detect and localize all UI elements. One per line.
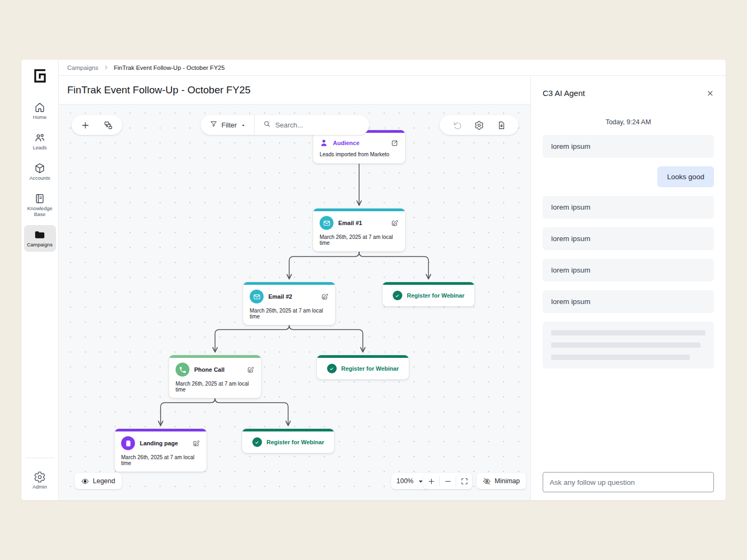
legend-button[interactable]: Legend xyxy=(75,473,122,489)
chat-messages: lorem ipsumLooks goodlorem ipsumlorem ip… xyxy=(543,135,714,466)
filter-button[interactable]: Filter xyxy=(201,115,254,135)
skeleton-bar xyxy=(551,330,705,335)
minus-icon xyxy=(444,477,452,485)
breadcrumb-current: FinTrak Event Follow-Up - October FY25 xyxy=(114,65,225,71)
sidebar-item-label: Admin xyxy=(33,484,47,490)
edit-icon xyxy=(391,219,399,227)
chat-timestamp: Today, 9:24 AM xyxy=(543,118,714,126)
flow-node-email-2[interactable]: Email #2March 26th, 2025 at 7 am local t… xyxy=(243,282,336,325)
canvas-toolbar-center: Filter xyxy=(201,115,369,135)
title-bar: FinTrak Event Follow-Up - October FY25 xyxy=(59,76,530,105)
flow-node-register-webinar-3[interactable]: Register for Webinar xyxy=(242,428,335,453)
eye-off-icon xyxy=(483,477,491,485)
search-zone xyxy=(255,115,369,135)
sidebar-item-accounts[interactable]: Accounts xyxy=(24,158,56,185)
sidebar-item-knowledge-base[interactable]: Knowledge Base xyxy=(24,189,56,221)
node-title: Phone Call xyxy=(194,366,225,373)
node-subtitle: March 26th, 2025 at 7 am local time xyxy=(176,381,255,393)
node-title: Landing page xyxy=(140,440,178,446)
search-input[interactable] xyxy=(275,121,361,129)
skeleton-bar xyxy=(551,355,690,360)
search-icon xyxy=(263,120,271,130)
filter-label: Filter xyxy=(221,121,237,129)
export-button[interactable] xyxy=(497,121,506,130)
node-subtitle: Leads imported from Marketo xyxy=(320,151,399,157)
sidebar-footer: Admin xyxy=(21,458,58,500)
chat-input-wrap xyxy=(543,472,714,492)
chevron-down-icon xyxy=(241,121,246,130)
edit-icon xyxy=(192,439,200,447)
chevron-right-icon xyxy=(103,65,109,70)
sidebar-divider xyxy=(26,458,54,458)
flow-node-register-webinar-2[interactable]: Register for Webinar xyxy=(316,355,409,380)
sidebar-item-admin[interactable]: Admin xyxy=(24,467,56,494)
chat-message-received: lorem ipsum xyxy=(543,135,714,158)
canvas-column: FinTrak Event Follow-Up - October FY25 F… xyxy=(59,76,530,500)
plus-icon xyxy=(427,477,435,485)
minimap-toggle[interactable]: Minimap xyxy=(476,473,526,489)
app-logo[interactable] xyxy=(31,67,49,84)
chat-message-received: lorem ipsum xyxy=(543,290,714,313)
zoom-in-button[interactable] xyxy=(423,473,439,489)
settings-button[interactable] xyxy=(474,121,484,130)
sidebar: HomeLeadsAccountsKnowledge BaseCampaigns… xyxy=(21,60,59,500)
fit-view-icon xyxy=(460,477,468,485)
auto-layout-button[interactable] xyxy=(104,121,113,130)
node-subtitle: March 26th, 2025 at 7 am local time xyxy=(250,308,329,319)
zoom-out-button[interactable] xyxy=(440,473,456,489)
flow-node-phone-call[interactable]: Phone CallMarch 26th, 2025 at 7 am local… xyxy=(169,355,261,398)
sidebar-item-home[interactable]: Home xyxy=(24,98,56,124)
node-title: Email #2 xyxy=(268,293,292,300)
chat-message-loading xyxy=(543,322,714,369)
edit-icon xyxy=(247,366,255,374)
ai-agent-panel: C3 AI Agent Today, 9:24 AM lorem ipsumLo… xyxy=(530,76,726,500)
add-node-button[interactable] xyxy=(81,121,90,130)
chat-input[interactable] xyxy=(543,472,714,492)
leads-icon xyxy=(34,132,46,144)
check-icon xyxy=(327,364,337,373)
ai-agent-header: C3 AI Agent xyxy=(543,89,714,98)
sidebar-item-label: Knowledge Base xyxy=(26,206,54,218)
node-title: Register for Webinar xyxy=(341,365,399,372)
sidebar-item-leads[interactable]: Leads xyxy=(24,128,56,155)
gear-icon xyxy=(34,471,46,483)
funnel-icon xyxy=(210,120,218,130)
flow-node-landing-page[interactable]: Landing pageMarch 26th, 2025 at 7 am loc… xyxy=(114,428,207,472)
folder-icon xyxy=(34,229,46,241)
breadcrumb-campaigns[interactable]: Campaigns xyxy=(67,65,98,71)
app-window: HomeLeadsAccountsKnowledge BaseCampaigns… xyxy=(21,60,726,500)
envelope-icon xyxy=(250,290,264,303)
sidebar-nav: HomeLeadsAccountsKnowledge BaseCampaigns xyxy=(21,94,58,252)
node-title: Audience xyxy=(333,140,360,146)
flow-node-register-webinar-1[interactable]: Register for Webinar xyxy=(382,282,475,307)
edit-email-1-button[interactable] xyxy=(391,219,399,227)
plus-icon xyxy=(81,121,90,130)
sidebar-item-label: Campaigns xyxy=(27,242,52,248)
gear-icon xyxy=(474,121,484,130)
flow-canvas[interactable]: Filter xyxy=(59,105,530,500)
edit-phone-call-button[interactable] xyxy=(247,366,255,374)
ai-agent-title: C3 AI Agent xyxy=(543,89,585,98)
eye-icon xyxy=(81,477,89,485)
chat-message-received: lorem ipsum xyxy=(543,259,714,282)
undo-button[interactable] xyxy=(452,121,462,130)
skeleton-bar xyxy=(551,342,701,348)
node-subtitle: March 26th, 2025 at 7 am local time xyxy=(121,454,200,466)
chat-message-sent: Looks good xyxy=(657,166,714,187)
zoom-controls xyxy=(423,473,472,489)
check-icon xyxy=(252,437,262,447)
node-subtitle: March 26th, 2025 at 7 am local time xyxy=(320,234,399,246)
sidebar-item-campaigns[interactable]: Campaigns xyxy=(24,225,56,252)
node-title: Register for Webinar xyxy=(407,292,465,299)
file-download-icon xyxy=(497,121,506,130)
check-icon xyxy=(393,291,402,300)
phone-icon xyxy=(176,363,189,377)
canvas-toolbar-left xyxy=(71,115,122,135)
fit-view-button[interactable] xyxy=(456,473,472,489)
sidebar-item-label: Home xyxy=(33,115,46,121)
edit-landing-page-button[interactable] xyxy=(192,439,200,447)
open-audience-button[interactable] xyxy=(391,139,399,147)
edit-email-2-button[interactable] xyxy=(321,293,329,301)
flow-node-email-1[interactable]: Email #1March 26th, 2025 at 7 am local t… xyxy=(313,208,406,252)
close-panel-button[interactable] xyxy=(706,90,714,97)
